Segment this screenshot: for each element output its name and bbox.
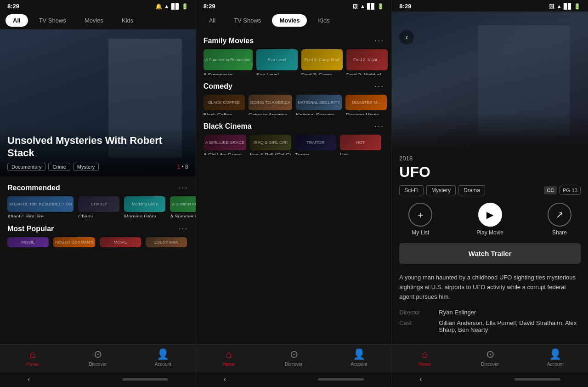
card-fred3[interactable]: Fred 3: Camp Fred Fred 3: Camp Fred: [301, 49, 343, 70]
comedy-more[interactable]: ···: [374, 81, 384, 91]
bottom-nav-1: ⌂ Home ⊙ Discover 👤 Account: [0, 344, 196, 372]
share-button[interactable]: ↗ Share: [548, 203, 571, 236]
card-traitor[interactable]: TRAITOR Traitor: [295, 135, 336, 150]
movie-card-pop2[interactable]: ROGER CORMAN'S: [53, 237, 95, 247]
nav-tabs-1: All TV Shows Movies Kids: [0, 11, 196, 29]
card-hot[interactable]: HOT Hot: [340, 135, 381, 150]
phone-bottom-2: ‹: [196, 372, 392, 387]
home-icon-1: ⌂: [29, 348, 35, 360]
nav-discover-3[interactable]: ⊙ Discover: [458, 348, 523, 367]
bottom-nav-3: ⌂ Home ⊙ Discover 👤 Account: [392, 344, 588, 372]
card-sealevel[interactable]: Sea Level Sea Level: [256, 49, 298, 70]
popular-more[interactable]: ···: [179, 224, 188, 233]
thumb-traitor: TRAITOR: [295, 135, 336, 150]
card-summer[interactable]: A Summer to Remember A Summer to Remembe…: [204, 49, 253, 70]
card-iraq[interactable]: IRAQ & GIRL CIRI Iraq & Roll (Girl C): [250, 135, 291, 150]
thumb-fred2: Fred 2: Night...: [346, 49, 388, 70]
recommended-header: Recommended ···: [0, 176, 196, 196]
panel2-content[interactable]: Family Movies ··· A Summer to Remember A…: [196, 29, 392, 344]
movie-card-morning[interactable]: Morning Glory Morning Glory: [124, 196, 165, 212]
movie-thumb-charly: CHARLY: [78, 196, 119, 212]
card-goingtoamerica[interactable]: GOING TO AMERICA Going to America: [249, 95, 293, 110]
blackcinema-more[interactable]: ···: [374, 121, 384, 131]
discover-label-3: Discover: [481, 362, 499, 367]
card-disaster[interactable]: DISASTER M... Disaster Movie: [345, 95, 387, 110]
tag-crime[interactable]: Crime: [48, 163, 70, 171]
tab-movies-2[interactable]: Movies: [272, 14, 307, 27]
blackcinema-row: A GIRL LIKE GRACE A Girl Like Grace IRAQ…: [196, 135, 392, 155]
nav-home-2[interactable]: ⌂ Home: [196, 348, 261, 367]
thumb-iraq: IRAQ & GIRL CIRI: [250, 135, 291, 150]
cast-label-key: Cast: [399, 319, 431, 333]
scroll-content-1[interactable]: Recommended ··· ATLANTIC RIM RESURRECTIO…: [0, 176, 196, 344]
label-fred3: Fred 3: Camp Fred: [301, 72, 343, 75]
tab-tvshows-2[interactable]: TV Shows: [226, 14, 268, 27]
tab-movies-1[interactable]: Movies: [77, 14, 111, 27]
tab-tvshows-1[interactable]: TV Shows: [32, 14, 74, 27]
playmovie-button[interactable]: ▶ Play Movie: [476, 203, 503, 236]
hero-1: Unsolved Mysteries With Robert Stack Doc…: [0, 29, 196, 176]
nav-account-2[interactable]: 👤 Account: [326, 348, 391, 367]
label-summer: A Summer to Remember: [204, 72, 245, 75]
movie-card-pop1[interactable]: MOVIE: [7, 237, 49, 247]
tag-scifi[interactable]: Sci-Fi: [399, 185, 424, 195]
movie-card-summer[interactable]: A Summer to Remember A Summer to Remembe…: [170, 196, 195, 212]
mylist-button[interactable]: ＋ My List: [408, 203, 432, 236]
home-icon-3: ⌂: [422, 348, 428, 360]
detail-scroll[interactable]: 2018 UFO Sci-Fi Mystery Drama CC PG-13 ＋…: [392, 149, 588, 344]
tab-kids-2[interactable]: Kids: [311, 14, 337, 27]
status-icons-2: 🖼 ▲ ▊▊ 🔋: [352, 3, 384, 10]
home-label-3: Home: [418, 362, 431, 367]
tag-documentary[interactable]: Documentary: [7, 163, 45, 171]
label-blackcoffee: Black Coffee: [204, 112, 245, 115]
movie-card-pop3[interactable]: MOVIE: [100, 237, 141, 247]
tab-kids-1[interactable]: Kids: [114, 14, 141, 27]
thumb-girlgrace: A GIRL LIKE GRACE: [204, 135, 246, 150]
actions-row: ＋ My List ▶ Play Movie ↗ Share: [399, 203, 581, 236]
tab-all-2[interactable]: All: [202, 14, 223, 27]
home-indicator-3: [514, 378, 560, 381]
back-arrow-2[interactable]: ‹: [224, 375, 226, 383]
watch-trailer-button[interactable]: Watch Trailer: [399, 243, 581, 264]
episode-count-1: 1 • 8: [177, 164, 188, 170]
nav-home-3[interactable]: ⌂ Home: [392, 348, 457, 367]
thumb-nationalsecurity: NATIONAL SECURITY: [296, 95, 342, 110]
nav-account-3[interactable]: 👤 Account: [523, 348, 588, 367]
alarm-icon: 🔔: [155, 3, 162, 10]
share-icon: ↗: [548, 203, 571, 227]
nav-home-1[interactable]: ⌂ Home: [0, 348, 65, 367]
popular-header: Most Popular ···: [0, 217, 196, 237]
nav-discover-1[interactable]: ⊙ Discover: [65, 348, 130, 367]
bottom-nav-2: ⌂ Home ⊙ Discover 👤 Account: [196, 344, 392, 372]
movie-thumb-pop3: MOVIE: [100, 237, 141, 247]
label-fred2: Fred 2: Night of the Living Fred: [346, 72, 388, 75]
movie-card-charly[interactable]: CHARLY Charly: [78, 196, 119, 212]
card-fred2[interactable]: Fred 2: Night... Fred 2: Night of the Li…: [346, 49, 388, 70]
discover-icon-3: ⊙: [486, 348, 494, 360]
tags-row-1: Documentary Crime Mystery 1 • 8: [7, 163, 188, 171]
card-blackcoffee[interactable]: BLACK COFFEE Black Coffee: [204, 95, 245, 110]
tab-all-1[interactable]: All: [6, 14, 28, 27]
discover-icon-2: ⊙: [290, 348, 298, 360]
nav-account-1[interactable]: 👤 Account: [130, 348, 196, 367]
home-indicator-1: [122, 378, 168, 381]
status-time-2: 8:29: [204, 3, 215, 10]
status-bar-3: 8:29 🖼 ▲ ▊▊ 🔋: [392, 0, 588, 11]
home-label-2: Home: [222, 362, 235, 367]
cc-badge: CC: [544, 186, 557, 194]
recommended-title: Recommended: [7, 184, 60, 192]
nav-discover-2[interactable]: ⊙ Discover: [261, 348, 327, 367]
tag-mystery[interactable]: Mystery: [73, 163, 99, 171]
back-arrow-1[interactable]: ‹: [28, 375, 30, 383]
movie-card-pop4[interactable]: EVERY MAN: [146, 237, 187, 247]
back-arrow-3[interactable]: ‹: [419, 375, 422, 383]
tag-drama[interactable]: Drama: [458, 185, 485, 195]
detail-title: UFO: [399, 164, 581, 181]
card-girlgrace[interactable]: A GIRL LIKE GRACE A Girl Like Grace: [204, 135, 246, 150]
card-nationalsecurity[interactable]: NATIONAL SECURITY National Security: [296, 95, 342, 110]
recommended-more[interactable]: ···: [179, 183, 188, 193]
hero-title-1: Unsolved Mysteries With Robert Stack: [7, 135, 188, 159]
family-more[interactable]: ···: [374, 36, 384, 46]
movie-card-atlantic[interactable]: ATLANTIC RIM RESURRECTION Atlantic Rim: …: [7, 196, 74, 212]
tag-mystery[interactable]: Mystery: [426, 185, 456, 195]
